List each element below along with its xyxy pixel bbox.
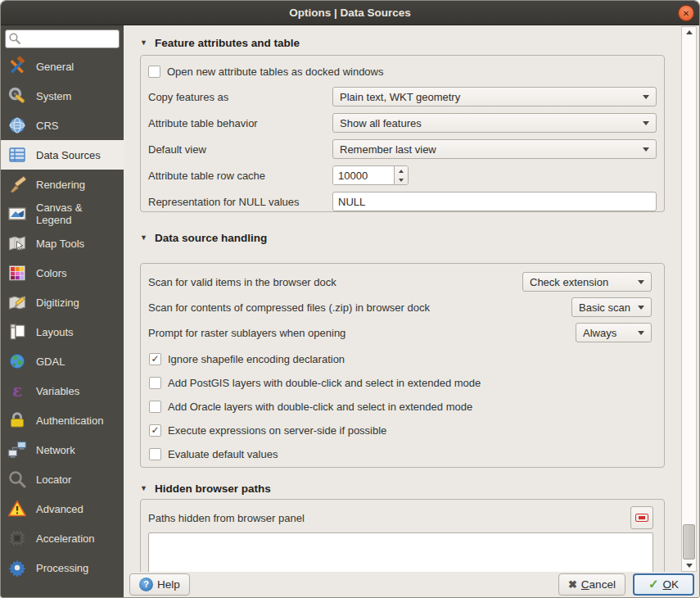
section-hidden-browser-paths[interactable]: ▼ Hidden browser paths (140, 481, 665, 496)
scan-zip-dropdown[interactable]: Basic scan (571, 297, 652, 317)
sidebar-item-layouts[interactable]: Layouts (1, 317, 124, 347)
execute-expressions-checkrow[interactable]: ✓ Execute expressions on server-side if … (149, 424, 652, 437)
scroll-down-button[interactable] (682, 560, 696, 571)
network-icon (6, 439, 29, 460)
help-button[interactable]: ? Help (129, 573, 190, 596)
earth-globe-icon (6, 351, 29, 372)
checkbox-label: Ignore shapefile encoding declaration (168, 353, 345, 365)
copy-features-dropdown[interactable]: Plain text, WKT geometry (332, 87, 657, 106)
sidebar-item-acceleration[interactable]: Acceleration (1, 523, 124, 553)
spin-up-button[interactable] (395, 166, 408, 175)
settings-sidebar: General System CRS (1, 25, 124, 598)
ok-button[interactable]: ✓ OK (633, 573, 694, 596)
add-postgis-checkrow[interactable]: ✓ Add PostGIS layers with double-click a… (149, 376, 652, 389)
sidebar-item-label: Rendering (36, 179, 85, 191)
color-swatches-icon (6, 262, 29, 283)
sidebar-item-label: Advanced (36, 503, 84, 515)
combo-arrow-icon (638, 306, 644, 310)
table-behavior-dropdown[interactable]: Show all features (332, 113, 657, 133)
section-title: Feature attributes and table (155, 37, 300, 49)
tools-icon (6, 56, 29, 77)
combo-arrow-icon (643, 121, 649, 125)
execute-expressions-checkbox[interactable]: ✓ (149, 424, 161, 437)
sidebar-item-label: GDAL (36, 356, 65, 368)
spin-down-icon (399, 179, 404, 182)
paintbrush-icon (6, 174, 29, 195)
sidebar-item-network[interactable]: Network (1, 435, 124, 464)
sidebar-item-label: Locator (36, 473, 71, 486)
checkbox-label: Add Oracle layers with double-click and … (168, 401, 472, 413)
close-button[interactable]: ✕ (678, 5, 694, 21)
evaluate-defaults-checkrow[interactable]: ✓ Evaluate default values (149, 447, 652, 460)
section-data-source-handling[interactable]: ▼ Data source handling (140, 230, 665, 245)
combo-arrow-icon (638, 280, 644, 284)
scrollbar-thumb[interactable] (683, 524, 695, 559)
check-icon: ✓ (151, 354, 159, 364)
remove-path-button[interactable] (630, 506, 653, 529)
sidebar-item-colors[interactable]: Colors (1, 258, 124, 288)
sidebar-item-label: Processing (36, 562, 88, 574)
ok-check-icon: ✓ (648, 577, 659, 591)
scan-valid-items-dropdown[interactable]: Check extension (522, 272, 652, 292)
hidden-paths-label: Paths hidden from browser panel (148, 512, 630, 524)
checkbox-label: Execute expressions on server-side if po… (168, 424, 386, 437)
raster-sublayers-dropdown[interactable]: Always (576, 323, 652, 342)
sidebar-item-label: Canvas & Legend (36, 202, 120, 226)
sidebar-item-gdal[interactable]: GDAL (1, 347, 124, 376)
scroll-up-icon (686, 30, 693, 34)
docked-windows-checkbox[interactable]: ✓ (148, 66, 160, 78)
cancel-button[interactable]: ✖ Cancel (558, 573, 625, 596)
add-oracle-checkbox[interactable]: ✓ (149, 401, 161, 413)
sidebar-item-advanced[interactable]: Advanced (1, 494, 124, 523)
spin-down-button[interactable] (395, 175, 408, 184)
docked-windows-checkrow[interactable]: ✓ Open new attribute tables as docked wi… (148, 64, 657, 79)
map-pencil-icon (6, 292, 29, 313)
evaluate-defaults-checkbox[interactable]: ✓ (149, 448, 161, 460)
hidden-browser-paths-group: Paths hidden from browser panel (140, 499, 665, 572)
check-icon: ✓ (151, 425, 159, 435)
checkbox-label: Add PostGIS layers with double-click and… (168, 377, 481, 389)
default-view-dropdown[interactable]: Remember last view (332, 139, 657, 159)
sidebar-item-digitizing[interactable]: Digitizing (1, 288, 124, 317)
add-postgis-checkbox[interactable]: ✓ (149, 377, 161, 389)
hidden-paths-list[interactable] (148, 532, 653, 572)
add-oracle-checkrow[interactable]: ✓ Add Oracle layers with double-click an… (149, 400, 652, 413)
row-cache-input[interactable] (333, 166, 394, 184)
processing-gear-icon (6, 557, 29, 578)
help-button-label: Help (157, 578, 180, 591)
sidebar-item-general[interactable]: General (1, 52, 124, 81)
sidebar-item-map-tools[interactable]: Map Tools (1, 229, 124, 258)
search-input[interactable] (5, 29, 120, 48)
combo-arrow-icon (643, 95, 649, 99)
window-title: Options | Data Sources (289, 7, 411, 19)
section-feature-attributes[interactable]: ▼ Feature attributes and table (140, 35, 665, 50)
spin-up-icon (399, 170, 404, 173)
null-representation-input[interactable] (332, 192, 657, 211)
sidebar-item-processing[interactable]: Processing (1, 553, 124, 582)
scan-valid-items-label: Scan for valid items in the browser dock (148, 276, 522, 288)
globe-icon (6, 115, 29, 136)
sidebar-item-variables[interactable]: ε Variables (1, 376, 124, 405)
vertical-scrollbar[interactable] (681, 26, 697, 572)
sidebar-item-locator[interactable]: Locator (1, 464, 124, 494)
sidebar-item-canvas-legend[interactable]: Canvas & Legend (1, 199, 124, 229)
sidebar-item-rendering[interactable]: Rendering (1, 170, 124, 199)
combo-arrow-icon (643, 147, 649, 152)
ignore-shapefile-encoding-checkrow[interactable]: ✓ Ignore shapefile encoding declaration (149, 352, 652, 365)
sidebar-item-system[interactable]: System (1, 81, 124, 111)
data-source-handling-group: Scan for valid items in the browser dock… (140, 263, 665, 468)
copy-features-label: Copy features as (148, 91, 332, 103)
ignore-shapefile-encoding-checkbox[interactable]: ✓ (149, 353, 161, 365)
titlebar[interactable]: Options | Data Sources ✕ (1, 1, 699, 25)
lock-icon (6, 410, 29, 431)
remove-icon (635, 514, 648, 522)
row-cache-spinner[interactable] (332, 165, 409, 185)
sidebar-item-data-sources[interactable]: Data Sources (1, 140, 124, 170)
sidebar-item-authentication[interactable]: Authentication (1, 405, 124, 435)
scrollbar-track[interactable] (682, 38, 696, 560)
sidebar-item-label: Acceleration (36, 532, 95, 545)
sidebar-item-crs[interactable]: CRS (1, 111, 124, 140)
scroll-up-button[interactable] (682, 27, 696, 38)
options-page-data-sources: ▼ Feature attributes and table ✓ Open ne… (124, 25, 699, 572)
settings-nav: General System CRS (1, 52, 124, 598)
